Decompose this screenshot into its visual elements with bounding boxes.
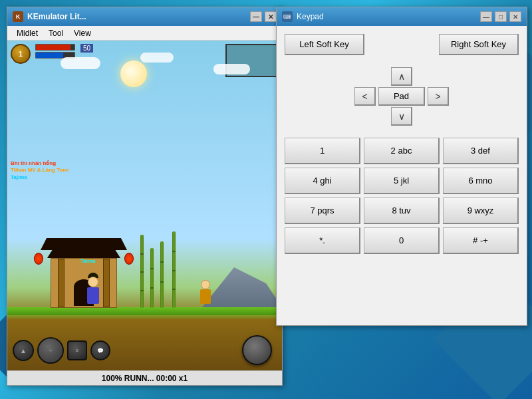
hp-bar-container [35, 44, 75, 51]
kemulator-minimize-button[interactable]: — [250, 11, 262, 22]
lantern-left [34, 253, 43, 265]
numpad-button-key-5[interactable]: 5 jkl [364, 168, 440, 194]
numpad-button-key-8[interactable]: 8 tuv [364, 198, 440, 224]
game-controls: ▲ ✛ ≡ 💬 [13, 337, 110, 364]
hud-level: 1 [11, 44, 31, 64]
character-taima: Taima [87, 277, 99, 304]
dpad-down-row: ∨ [391, 107, 412, 126]
dpad-up-row: ∧ [391, 67, 412, 86]
dpad-area: ∧ < Pad > ∨ [285, 67, 519, 126]
numpad-button-key-hash[interactable]: # -+ [443, 227, 519, 254]
cloud-3 [213, 64, 250, 74]
kemulator-title: KEmulator Lit... [27, 12, 250, 21]
kemulator-close-button[interactable]: ✕ [265, 11, 277, 22]
btn-wheel[interactable] [242, 335, 272, 365]
kemulator-titlebar: K KEmulator Lit... — ✕ [7, 7, 282, 26]
numpad-grid: 12 abc3 def4 ghi5 jkl6 mno7 pqrs8 tuv9 w… [285, 138, 519, 254]
menu-tool[interactable]: Tool [43, 27, 68, 39]
overlay-line-2: Tiihan MV & Làng Tone [11, 167, 69, 174]
enemy-body [200, 289, 211, 304]
keypad-titlebar: ⌨ Keypad — □ ✕ [277, 7, 527, 26]
game-text-overlay: Bhi thi nhân hồng Tiihan MV & Làng Tone … [11, 160, 69, 181]
btn-up[interactable]: ▲ [13, 340, 34, 361]
keypad-close-button[interactable]: ✕ [509, 11, 521, 22]
mp-bar-fill [36, 53, 63, 58]
keypad-title: Keypad [297, 12, 480, 21]
kemulator-window-controls: — ✕ [250, 11, 277, 22]
keypad-minimize-button[interactable]: — [480, 11, 492, 22]
game-canvas: 1 50 0.00% [7, 41, 282, 370]
keypad-window-controls: — □ ✕ [480, 11, 521, 22]
menu-view[interactable]: View [68, 27, 96, 39]
keypad-window: ⌨ Keypad — □ ✕ Left Soft Key Right Soft … [276, 7, 527, 326]
ground-grass [7, 307, 282, 315]
pagoda [41, 238, 127, 308]
menu-icon: ≡ [76, 348, 79, 354]
enemy-head [201, 280, 210, 289]
status-text: 100% RUNN... 00:00 x1 [102, 374, 188, 383]
hud-score: 50 [80, 44, 93, 53]
hp-bar-fill [36, 45, 70, 50]
bamboo-3 [160, 241, 164, 308]
pagoda-roof [41, 238, 127, 250]
bamboo-4 [172, 231, 176, 308]
taima-label: Taima [80, 258, 96, 264]
dpad-icon: ✛ [49, 348, 53, 354]
lantern-right [124, 253, 134, 265]
up-arrow-icon: ▲ [20, 347, 27, 354]
soft-key-row: Left Soft Key Right Soft Key [285, 34, 519, 55]
hud-container: 1 [11, 44, 31, 64]
bamboo-node [140, 253, 144, 255]
btn-menu[interactable]: ≡ [67, 340, 87, 360]
dpad-center-button[interactable]: Pad [378, 87, 425, 106]
keypad-app-icon: ⌨ [282, 11, 293, 22]
bamboo-2 [150, 248, 154, 308]
numpad-button-key-6[interactable]: 6 mno [443, 168, 519, 194]
dpad-right-button[interactable]: > [428, 87, 449, 106]
game-display: 1 50 0.00% [7, 41, 282, 370]
numpad-button-key-9[interactable]: 9 wxyz [443, 198, 519, 224]
right-soft-key-button[interactable]: Right Soft Key [439, 34, 519, 55]
cloud-2 [140, 53, 174, 63]
kemulator-window: K KEmulator Lit... — ✕ Midlet Tool View … [7, 7, 283, 386]
pillar-right [103, 259, 110, 307]
mountain [202, 267, 282, 307]
pagoda-roof-2 [47, 249, 120, 258]
char-body [87, 287, 99, 304]
dpad-left-button[interactable]: < [354, 87, 376, 106]
keypad-content: Left Soft Key Right Soft Key ∧ < Pad > ∨… [277, 26, 527, 325]
moon-decoration [120, 61, 147, 87]
overlay-line-3: Tajima [11, 174, 69, 181]
chat-icon: 💬 [97, 348, 104, 354]
char-head [88, 277, 98, 287]
bamboo-1 [140, 235, 144, 308]
cloud-1 [61, 57, 100, 69]
dpad-down-button[interactable]: ∨ [391, 107, 412, 126]
overlay-line-1: Bhi thi nhân hồng [11, 160, 69, 167]
pillar-left [58, 259, 65, 307]
character-enemy [200, 280, 211, 304]
dpad-up-button[interactable]: ∧ [391, 67, 412, 86]
kemulator-menubar: Midlet Tool View [7, 26, 282, 41]
numpad-button-key-3[interactable]: 3 def [443, 138, 519, 164]
left-soft-key-button[interactable]: Left Soft Key [285, 34, 364, 55]
status-bar: 100% RUNN... 00:00 x1 [7, 370, 282, 385]
numpad-button-key-0[interactable]: 0 [364, 227, 440, 254]
btn-chat[interactable]: 💬 [90, 340, 110, 360]
menu-midlet[interactable]: Midlet [11, 27, 43, 39]
numpad-button-key-4[interactable]: 4 ghi [285, 168, 360, 194]
pagoda-body [51, 258, 117, 308]
keypad-maximize-button[interactable]: □ [495, 11, 507, 22]
dpad-mid-row: < Pad > [354, 87, 449, 106]
kemulator-app-icon: K [13, 11, 23, 22]
numpad-button-key-1[interactable]: 1 [285, 138, 360, 164]
numpad-button-key-7[interactable]: 7 pqrs [285, 198, 360, 224]
btn-dpad[interactable]: ✛ [37, 337, 64, 364]
numpad-button-key-2[interactable]: 2 abc [364, 138, 440, 164]
dpad-container: ▲ [13, 340, 34, 361]
numpad-button-key-star[interactable]: *. [285, 227, 360, 254]
